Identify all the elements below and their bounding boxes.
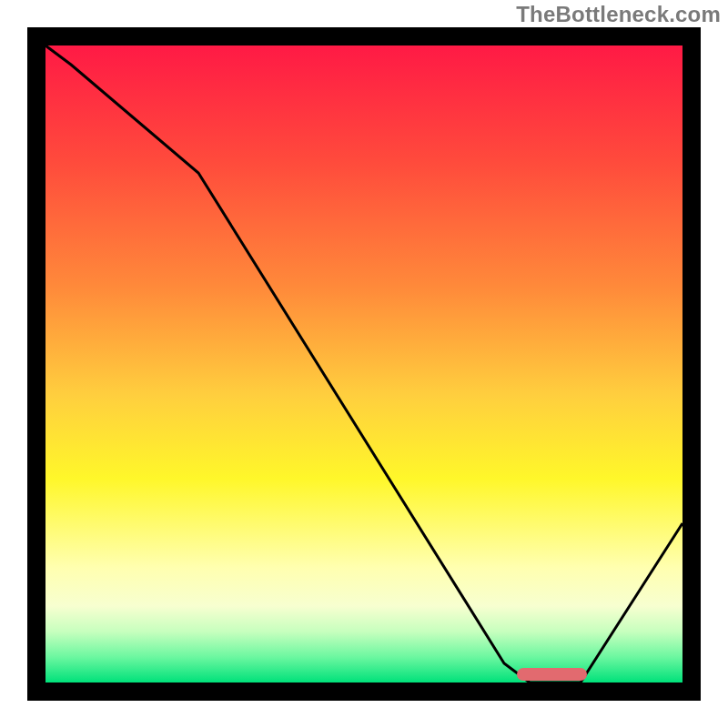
plot-axes-frame <box>27 27 701 701</box>
plot-area <box>46 46 682 682</box>
bottleneck-curve <box>46 46 682 682</box>
watermark-text: TheBottleneck.com <box>516 2 721 27</box>
optimal-range-marker <box>517 668 587 681</box>
chart-container: TheBottleneck.com <box>0 0 728 728</box>
